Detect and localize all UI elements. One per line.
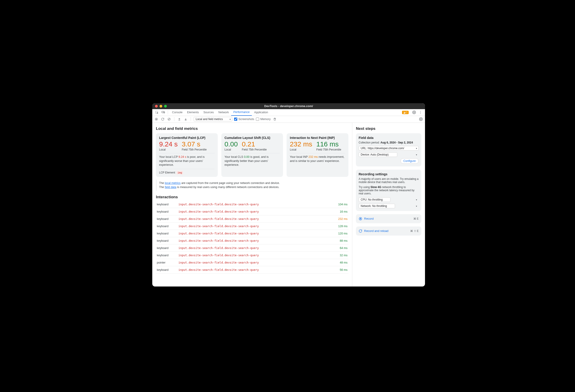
lcp-card: Largest Contentful Paint (LCP) 9.24 s Lo…	[156, 133, 218, 177]
minimize-window-button[interactable]	[160, 105, 162, 108]
cls-summary: Your local CLS 0.00 is good, and is sign…	[225, 155, 280, 167]
screenshots-checkbox-input[interactable]	[234, 118, 237, 121]
interaction-row[interactable]: keyboardinput.devsite-search-field.devsi…	[156, 230, 348, 237]
download-icon[interactable]	[183, 117, 188, 122]
inp-local-value: 232 ms	[290, 141, 312, 148]
metrics-infobox: The local metrics are captured from the …	[156, 180, 348, 191]
tab-network[interactable]: Network	[216, 109, 231, 116]
field-data-title: Field data	[359, 136, 419, 140]
panel-settings-icon[interactable]	[419, 117, 423, 122]
interaction-selector: input.devsite-search-field.devsite-searc…	[177, 215, 330, 222]
interaction-type: keyboard	[156, 201, 177, 208]
interaction-selector: input.devsite-search-field.devsite-searc…	[177, 252, 330, 259]
gc-icon[interactable]	[272, 117, 277, 122]
interaction-time: 104 ms	[330, 201, 348, 208]
divider	[168, 110, 168, 114]
lcp-local-value: 9.24 s	[159, 141, 178, 148]
record-reload-label: Record and reload	[364, 229, 388, 233]
interaction-row[interactable]: keyboardinput.devsite-search-field.devsi…	[156, 266, 348, 273]
inspect-icon[interactable]	[154, 110, 160, 115]
upload-icon[interactable]	[177, 117, 182, 122]
interaction-time: 232 ms	[330, 215, 348, 222]
main-panel: Local and field metrics Largest Contentf…	[152, 123, 352, 287]
devtools-window: DevTools - developer.chrome.com/ Console…	[152, 103, 425, 287]
record-label: Record	[364, 217, 374, 220]
next-steps-heading: Next steps	[356, 126, 421, 131]
field-data-link[interactable]: field data	[165, 186, 176, 189]
window-controls	[155, 105, 167, 108]
interaction-row[interactable]: keyboardinput.devsite-search-field.devsi…	[156, 237, 348, 245]
settings-icon[interactable]	[411, 110, 417, 115]
side-panel: Next steps Field data Collection period:…	[352, 123, 425, 287]
tab-application[interactable]: Application	[252, 109, 270, 116]
record-icon[interactable]	[154, 117, 159, 122]
lcp-local-label: Local	[159, 148, 178, 151]
clear-icon[interactable]	[167, 117, 171, 122]
issues-badge[interactable]: ◪ 1	[402, 111, 409, 114]
interaction-selector: input.devsite-search-field.devsite-searc…	[177, 266, 330, 273]
svg-point-13	[360, 218, 361, 219]
network-throttle-select[interactable]: Network: No throttling	[359, 204, 419, 208]
url-select[interactable]: URL: https://developer.chrome.com/	[359, 146, 419, 150]
interaction-time: 120 ms	[330, 230, 348, 237]
memory-checkbox-input[interactable]	[256, 118, 259, 121]
record-shortcut: ⌘ E	[413, 217, 419, 220]
interaction-type: keyboard	[156, 245, 177, 252]
lcp-title: Largest Contentful Paint (LCP)	[159, 136, 215, 140]
close-window-button[interactable]	[155, 105, 158, 108]
cls-local-label: Local	[225, 148, 238, 151]
interaction-row[interactable]: keyboardinput.devsite-search-field.devsi…	[156, 208, 348, 215]
svg-line-10	[168, 119, 170, 120]
lcp-element-row: LCP Element img	[159, 171, 215, 174]
record-panel[interactable]: Record ⌘ E	[356, 214, 421, 223]
lcp-field-label: Field 75th Percentile	[182, 148, 207, 151]
record-reload-panel[interactable]: Record and reload ⌘ ⇧ E	[356, 226, 421, 236]
local-metrics-link[interactable]: local metrics	[165, 181, 180, 185]
configure-button[interactable]: Configure	[401, 158, 419, 164]
screenshots-checkbox[interactable]: Screenshots	[234, 118, 254, 121]
titlebar: DevTools - developer.chrome.com/	[152, 103, 425, 109]
interaction-time: 16 ms	[330, 208, 348, 215]
interaction-row[interactable]: keyboardinput.devsite-search-field.devsi…	[156, 201, 348, 208]
metrics-mode-select[interactable]: Local and field metrics	[194, 117, 232, 122]
reload-record-icon[interactable]	[161, 117, 165, 122]
interaction-type: keyboard	[156, 230, 177, 237]
interaction-time: 64 ms	[330, 245, 348, 252]
interaction-selector: input.devsite-search-field.devsite-searc…	[177, 230, 330, 237]
reload-icon	[359, 229, 362, 233]
interaction-type: keyboard	[156, 252, 177, 259]
maximize-window-button[interactable]	[164, 105, 167, 108]
cls-card: Cumulative Layout Shift (CLS) 0.00 Local…	[221, 133, 283, 177]
cpu-throttle-select[interactable]: CPU: No throttling	[359, 197, 419, 202]
interaction-row[interactable]: pointerinput.devsite-search-field.devsit…	[156, 259, 348, 266]
inp-local-label: Local	[290, 148, 312, 151]
interaction-selector: input.devsite-search-field.devsite-searc…	[177, 245, 330, 252]
issues-count: 1	[406, 111, 407, 114]
svg-point-5	[420, 112, 421, 113]
cls-field-value: 0.21	[242, 141, 266, 148]
device-select[interactable]: Device: Auto (Desktop)	[359, 152, 419, 157]
field-data-panel: Field data Collection period: Aug 6, 202…	[356, 133, 421, 167]
cls-local-value: 0.00	[225, 141, 238, 148]
tab-console[interactable]: Console	[170, 109, 185, 116]
interaction-selector: input.devsite-search-field.devsite-searc…	[177, 222, 330, 230]
interaction-row[interactable]: keyboardinput.devsite-search-field.devsi…	[156, 252, 348, 259]
interaction-row[interactable]: keyboardinput.devsite-search-field.devsi…	[156, 215, 348, 222]
devtools-tabbar: ConsoleElementsSourcesNetworkPerformance…	[152, 109, 425, 116]
interaction-selector: input.devsite-search-field.devsite-searc…	[177, 208, 330, 215]
interaction-row[interactable]: keyboardinput.devsite-search-field.devsi…	[156, 222, 348, 230]
device-toggle-icon[interactable]	[161, 110, 166, 115]
memory-checkbox[interactable]: Memory	[256, 118, 270, 121]
inp-field-label: Field 75th Percentile	[316, 148, 341, 151]
inp-summary: Your local INP 232 ms needs improvement,…	[290, 155, 345, 163]
window-title: DevTools - developer.chrome.com/	[152, 104, 425, 108]
tab-elements[interactable]: Elements	[185, 109, 201, 116]
svg-point-3	[414, 112, 414, 113]
tab-sources[interactable]: Sources	[201, 109, 216, 116]
lcp-element-chip[interactable]: img	[177, 171, 183, 174]
more-icon[interactable]	[418, 110, 423, 115]
interaction-row[interactable]: keyboardinput.devsite-search-field.devsi…	[156, 245, 348, 252]
interaction-time: 32 ms	[330, 252, 348, 259]
interaction-type: keyboard	[156, 215, 177, 222]
tab-performance[interactable]: Performance	[231, 109, 252, 116]
